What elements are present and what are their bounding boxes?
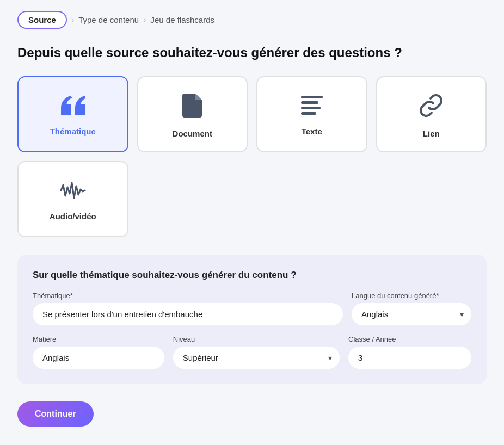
source-card-thematique[interactable]: Thématique — [17, 76, 128, 152]
matiere-input[interactable] — [33, 347, 164, 369]
audio-icon — [60, 181, 86, 205]
source-card-lien-label: Lien — [423, 129, 440, 138]
langue-label: Langue du contenu généré* — [352, 292, 471, 300]
svg-rect-1 — [301, 101, 318, 104]
source-cards-row2: Audio/vidéo — [17, 161, 487, 237]
source-card-document[interactable]: Document — [137, 76, 248, 152]
breadcrumb-flashcards[interactable]: Jeu de flashcards — [150, 15, 214, 24]
langue-select-wrapper: Anglais Français Espagnol Allemand ▾ — [352, 303, 471, 325]
breadcrumb-sep-2: › — [143, 15, 146, 25]
svg-rect-0 — [301, 96, 323, 98]
source-card-texte-label: Texte — [302, 127, 322, 136]
source-card-thematique-label: Thématique — [50, 127, 96, 136]
classe-input[interactable] — [348, 347, 471, 369]
niveau-select-wrapper: Supérieur Débutant Intermédiaire Avancé … — [173, 347, 340, 369]
matiere-label: Matière — [33, 335, 164, 343]
thematique-input[interactable] — [33, 303, 343, 325]
niveau-select[interactable]: Supérieur Débutant Intermédiaire Avancé — [173, 347, 340, 369]
form-group-matiere: Matière — [33, 335, 164, 369]
breadcrumb-type-contenu[interactable]: Type de contenu — [78, 15, 139, 24]
form-group-niveau: Niveau Supérieur Débutant Intermédiaire … — [173, 335, 340, 369]
form-group-langue: Langue du contenu généré* Anglais França… — [352, 292, 471, 325]
form-section: Sur quelle thématique souhaitez-vous gén… — [17, 255, 487, 384]
page-title: Depuis quelle source souhaitez-vous géné… — [17, 44, 487, 61]
link-icon — [419, 94, 443, 122]
quote-icon — [61, 96, 85, 120]
source-card-lien[interactable]: Lien — [376, 76, 487, 152]
breadcrumb: Source › Type de contenu › Jeu de flashc… — [17, 11, 487, 29]
source-cards-row1: Thématique Document Texte — [17, 76, 487, 152]
source-card-audio-video-label: Audio/vidéo — [50, 212, 96, 221]
source-card-audio-video[interactable]: Audio/vidéo — [17, 161, 128, 237]
svg-rect-2 — [301, 107, 321, 109]
niveau-label: Niveau — [173, 335, 340, 343]
source-card-document-label: Document — [173, 129, 212, 138]
text-icon — [301, 96, 323, 120]
source-card-texte[interactable]: Texte — [256, 76, 367, 152]
form-group-thematique: Thématique* — [33, 292, 343, 325]
form-row-1: Thématique* Langue du contenu généré* An… — [33, 292, 471, 325]
breadcrumb-source[interactable]: Source — [17, 11, 67, 29]
langue-select[interactable]: Anglais Français Espagnol Allemand — [352, 303, 471, 325]
document-icon — [182, 94, 202, 122]
svg-rect-3 — [301, 112, 316, 115]
classe-label: Classe / Année — [348, 335, 471, 343]
continue-button[interactable]: Continuer — [17, 401, 94, 427]
form-section-title: Sur quelle thématique souhaitez-vous gén… — [33, 270, 471, 281]
thematique-label: Thématique* — [33, 292, 343, 300]
breadcrumb-sep-1: › — [71, 15, 74, 25]
form-row-2: Matière Niveau Supérieur Débutant Interm… — [33, 335, 471, 369]
form-group-classe: Classe / Année — [348, 335, 471, 369]
